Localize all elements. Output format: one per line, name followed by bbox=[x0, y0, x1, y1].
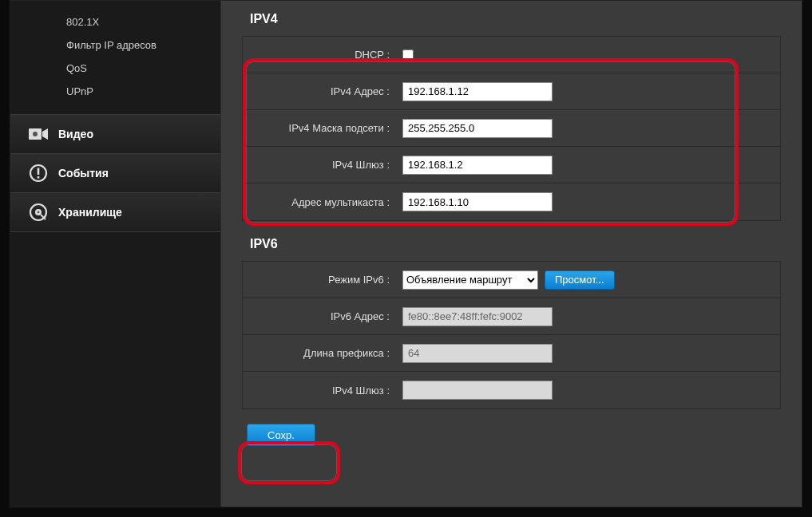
row-multicast: Адрес мультикаста : bbox=[243, 184, 780, 220]
row-ipv6-gateway: IPv4 Шлюз : bbox=[243, 372, 780, 408]
view-button[interactable]: Просмот... bbox=[545, 270, 615, 290]
sidebar-section-events[interactable]: События bbox=[10, 153, 220, 192]
input-ipv6-prefix bbox=[402, 344, 553, 363]
input-multicast[interactable] bbox=[402, 192, 553, 211]
input-ipv4-mask[interactable] bbox=[402, 119, 553, 138]
label-ipv6-mode: Режим IPv6 : bbox=[243, 274, 394, 286]
row-ipv6-mode: Режим IPv6 : Объявление маршрут Просмот.… bbox=[243, 262, 780, 298]
row-ipv4-gateway: IPv4 Шлюз : bbox=[243, 147, 780, 184]
highlight-save bbox=[238, 441, 340, 484]
ipv6-form: Режим IPv6 : Объявление маршрут Просмот.… bbox=[242, 262, 781, 409]
sidebar: 802.1X Фильтр IP адресов QoS UPnP Видео bbox=[10, 1, 221, 507]
main-panel: IPV4 DHCP : IPv4 Адрес : IPv4 Маска подс… bbox=[221, 1, 802, 507]
input-ipv6-address bbox=[402, 307, 553, 326]
svg-rect-4 bbox=[38, 176, 40, 179]
input-ipv6-gateway bbox=[402, 381, 553, 400]
label-ipv6-address: IPv6 Адрес : bbox=[243, 310, 394, 322]
sidebar-item-ipfilter[interactable]: Фильтр IP адресов bbox=[10, 34, 220, 57]
alert-icon bbox=[28, 164, 49, 182]
row-dhcp: DHCP : bbox=[243, 37, 780, 73]
label-ipv6-gateway: IPv4 Шлюз : bbox=[243, 385, 394, 397]
video-icon bbox=[28, 125, 49, 143]
app-frame: 802.1X Фильтр IP адресов QoS UPnP Видео bbox=[0, 0, 812, 517]
save-row: Сохр. bbox=[242, 424, 781, 446]
label-ipv6-prefix: Длина префикса : bbox=[243, 347, 394, 359]
sidebar-sub-list: 802.1X Фильтр IP адресов QoS UPnP bbox=[10, 4, 220, 114]
sidebar-item-upnp[interactable]: UPnP bbox=[10, 80, 220, 103]
row-ipv4-mask: IPv4 Маска подсети : bbox=[243, 110, 780, 147]
ipv4-form: DHCP : IPv4 Адрес : IPv4 Маска подсети : bbox=[242, 37, 781, 221]
svg-rect-3 bbox=[38, 168, 40, 176]
label-ipv4-address: IPv4 Адрес : bbox=[243, 85, 394, 97]
label-dhcp: DHCP : bbox=[243, 49, 394, 61]
inner-frame: 802.1X Фильтр IP адресов QoS UPnP Видео bbox=[10, 0, 802, 507]
sidebar-section-label: События bbox=[58, 167, 109, 180]
ipv6-title: IPV6 bbox=[242, 226, 781, 262]
svg-point-7 bbox=[38, 211, 40, 214]
sidebar-section-storage[interactable]: Хранилище bbox=[10, 192, 220, 232]
label-ipv4-gateway: IPv4 Шлюз : bbox=[243, 159, 394, 171]
save-button[interactable]: Сохр. bbox=[247, 424, 315, 446]
svg-point-1 bbox=[33, 132, 38, 136]
row-ipv6-prefix: Длина префикса : bbox=[243, 335, 780, 372]
sidebar-item-qos[interactable]: QoS bbox=[10, 57, 220, 80]
row-ipv4-address: IPv4 Адрес : bbox=[243, 73, 780, 110]
sidebar-section-video[interactable]: Видео bbox=[10, 114, 220, 153]
sidebar-section-label: Хранилище bbox=[58, 206, 122, 219]
input-ipv4-address[interactable] bbox=[402, 82, 553, 101]
row-ipv6-address: IPv6 Адрес : bbox=[243, 298, 780, 335]
sidebar-item-8021x[interactable]: 802.1X bbox=[10, 10, 220, 34]
label-ipv4-mask: IPv4 Маска подсети : bbox=[243, 122, 394, 134]
ipv4-title: IPV4 bbox=[242, 1, 781, 37]
disk-icon bbox=[28, 203, 49, 221]
label-multicast: Адрес мультикаста : bbox=[243, 196, 394, 208]
sidebar-section-label: Видео bbox=[58, 128, 93, 140]
select-ipv6-mode[interactable]: Объявление маршрут bbox=[402, 270, 538, 290]
input-ipv4-gateway[interactable] bbox=[402, 156, 553, 175]
input-dhcp[interactable] bbox=[402, 49, 414, 61]
